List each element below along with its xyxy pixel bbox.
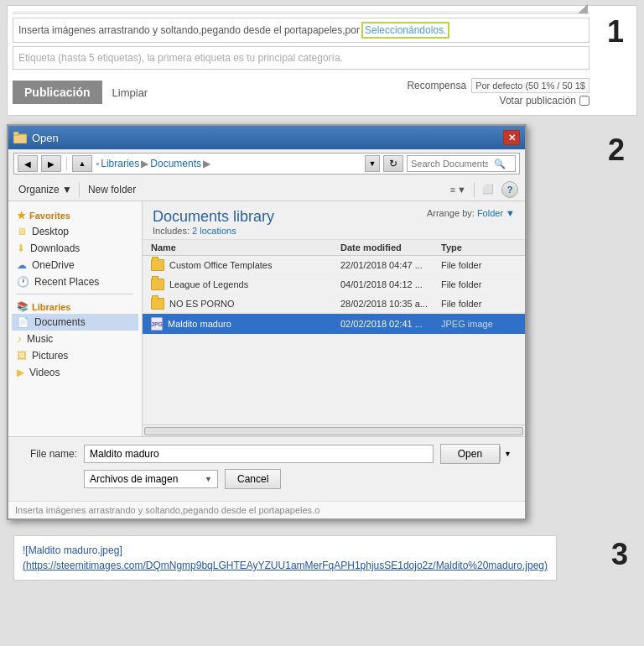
file-content: Documents library Includes: 2 locations … — [143, 201, 525, 436]
insert-images-row: Inserta imágenes arrastrando y soltando,… — [13, 18, 589, 43]
onedrive-icon: ☁ — [17, 259, 27, 271]
arrange-by: Arrange by: Folder ▼ — [427, 208, 515, 218]
insert-text: Inserta imágenes arrastrando y soltando,… — [18, 24, 345, 36]
breadcrumb: ▪ Libraries ▶ Documents ▶ — [96, 158, 361, 169]
dialog-folder-icon — [13, 132, 27, 143]
favorites-label: ★ Favorites — [12, 206, 138, 223]
section-number-2: 2 — [595, 124, 637, 168]
sidebar-item-documents[interactable]: 📄 Documents — [12, 314, 138, 331]
library-title: Documents library — [153, 208, 274, 226]
dialog-sidebar: ★ Favorites 🖥 Desktop ⬇ Downloads ☁ OneD… — [8, 201, 143, 436]
view-button[interactable]: ≡ ▼ — [446, 182, 470, 197]
desktop-icon: 🖥 — [17, 226, 27, 237]
arrange-link[interactable]: Folder ▼ — [477, 208, 515, 218]
horizontal-scrollbar[interactable] — [143, 425, 525, 436]
breadcrumb-libraries-label[interactable]: Libraries — [101, 158, 139, 169]
new-folder-button[interactable]: New folder — [83, 182, 141, 197]
music-icon: ♪ — [17, 333, 22, 345]
section3-line1: ![Maldito maduro.jpeg] — [23, 544, 122, 556]
refresh-button[interactable]: ↻ — [383, 155, 403, 172]
filetype-dropdown[interactable]: Archivos de imagen ▼ — [84, 470, 218, 488]
filename-input[interactable] — [84, 445, 434, 463]
open-button[interactable]: Open — [440, 444, 500, 464]
svg-rect-0 — [13, 134, 27, 143]
dialog-main: ★ Favorites 🖥 Desktop ⬇ Downloads ☁ OneD… — [8, 201, 525, 436]
documents-icon: 📄 — [17, 316, 29, 328]
file-list-header: Name Date modified Type — [143, 240, 525, 256]
sidebar-item-videos[interactable]: ▶ Videos — [12, 364, 138, 381]
sidebar-divider — [17, 294, 133, 294]
search-icon[interactable]: 🔍 — [491, 156, 508, 171]
insert-link-prefix: por — [345, 24, 360, 36]
select-link[interactable]: Seleccionándolos. — [361, 22, 449, 39]
section3-content: ![Maldito maduro.jpeg] (https://steemiti… — [13, 535, 557, 581]
dialog-toolbar: Organize ▼ New folder ≡ ▼ ⬜ ? — [8, 178, 525, 201]
help-button[interactable]: ? — [501, 181, 518, 198]
view-dropdown: ▼ — [457, 185, 466, 195]
locations-link[interactable]: 2 locations — [192, 226, 236, 236]
table-row[interactable]: Custom Office Templates 22/01/2018 04:47… — [143, 256, 525, 275]
etiqueta-field[interactable]: Etiqueta (hasta 5 etiquetas), la primera… — [13, 46, 589, 70]
filename-label: File name: — [18, 448, 77, 460]
forward-button[interactable]: ▶ — [41, 155, 61, 172]
section3-text: ![Maldito maduro.jpeg] (https://steemiti… — [23, 543, 548, 573]
jpeg-icon: JPG — [151, 317, 163, 331]
organize-button[interactable]: Organize ▼ — [15, 182, 75, 197]
etiqueta-placeholder: Etiqueta (hasta 5 etiquetas), la primera… — [18, 52, 343, 64]
search-input[interactable] — [408, 159, 491, 169]
dialog-titlebar: Open ✕ — [8, 126, 525, 149]
breadcrumb-libraries: ▪ — [96, 158, 99, 169]
downloads-icon: ⬇ — [17, 242, 25, 254]
table-row-selected[interactable]: JPG Maldito maduro 02/02/2018 02:41 ... … — [143, 314, 525, 335]
pictures-icon: 🖼 — [17, 350, 27, 362]
folder-icon — [151, 279, 164, 290]
videos-icon: ▶ — [17, 367, 24, 378]
dialog-close-button[interactable]: ✕ — [503, 130, 520, 145]
svg-rect-1 — [13, 132, 18, 135]
votar-label: Votar publicación — [500, 95, 576, 107]
table-row[interactable]: NO ES PORNO 28/02/2018 10:35 a... File f… — [143, 294, 525, 314]
address-bar: ◀ ▶ ▲ ▪ Libraries ▶ Documents ▶ ▼ ↻ 🔍 — [13, 153, 520, 175]
section-number-3: 3 — [599, 529, 641, 572]
table-row[interactable]: League of Legends 04/01/2018 04:12 ... F… — [143, 275, 525, 294]
cancel-button[interactable]: Cancel — [225, 469, 281, 489]
filetype-dropdown-arrow: ▼ — [205, 475, 212, 483]
pane-button[interactable]: ⬜ — [478, 181, 498, 197]
view-icon: ≡ — [450, 185, 455, 195]
sidebar-item-pictures[interactable]: 🖼 Pictures — [12, 347, 138, 364]
content-header: Documents library Includes: 2 locations … — [143, 201, 525, 240]
address-dropdown[interactable]: ▼ — [365, 155, 380, 172]
favorites-star-icon: ★ — [17, 210, 26, 221]
folder-icon — [151, 259, 164, 271]
col-date[interactable]: Date modified — [340, 242, 441, 253]
limpiar-link[interactable]: Limpiar — [112, 86, 148, 99]
libraries-label: 📚 Libraries — [12, 298, 138, 314]
dialog-bottom-text: Inserta imágenes arrastrando y soltando,… — [8, 501, 525, 518]
dialog-title: Open — [32, 132, 59, 144]
section3-link[interactable]: (https://steemitimages.com/DQmNgmp9bqLGH… — [23, 560, 548, 571]
dialog-footer: File name: Open ▼ Archivos de imagen ▼ — [8, 436, 525, 501]
sidebar-item-onedrive[interactable]: ☁ OneDrive — [12, 257, 138, 274]
sidebar-item-desktop[interactable]: 🖥 Desktop — [12, 223, 138, 240]
sidebar-item-downloads[interactable]: ⬇ Downloads — [12, 240, 138, 257]
votar-checkbox[interactable] — [579, 96, 589, 106]
recompensa-select[interactable]: Por defecto (50 1% / 50 1$ — [471, 78, 589, 93]
up-button[interactable]: ▲ — [72, 155, 92, 172]
breadcrumb-documents-label[interactable]: Documents — [150, 158, 201, 169]
recompensa-label: Recompensa — [407, 80, 466, 91]
recent-icon: 🕐 — [17, 276, 29, 288]
col-name[interactable]: Name — [151, 242, 340, 253]
sidebar-item-recent[interactable]: 🕐 Recent Places — [12, 274, 138, 290]
folder-icon — [151, 298, 164, 310]
open-dropdown-arrow[interactable]: ▼ — [500, 446, 515, 461]
section-number-1: 1 — [595, 6, 636, 49]
file-list: Name Date modified Type Custom Office Te… — [143, 240, 525, 425]
col-type[interactable]: Type — [441, 242, 517, 253]
file-dialog: Open ✕ ◀ ▶ ▲ ▪ Libraries ▶ Documents ▶ ▼… — [7, 124, 527, 520]
publicacion-button[interactable]: Publicación — [13, 81, 102, 104]
libraries-icon: 📚 — [17, 301, 29, 312]
library-includes: Includes: 2 locations — [153, 226, 274, 236]
back-button[interactable]: ◀ — [18, 155, 38, 172]
search-box[interactable]: 🔍 — [407, 155, 516, 172]
sidebar-item-music[interactable]: ♪ Music — [12, 331, 138, 347]
